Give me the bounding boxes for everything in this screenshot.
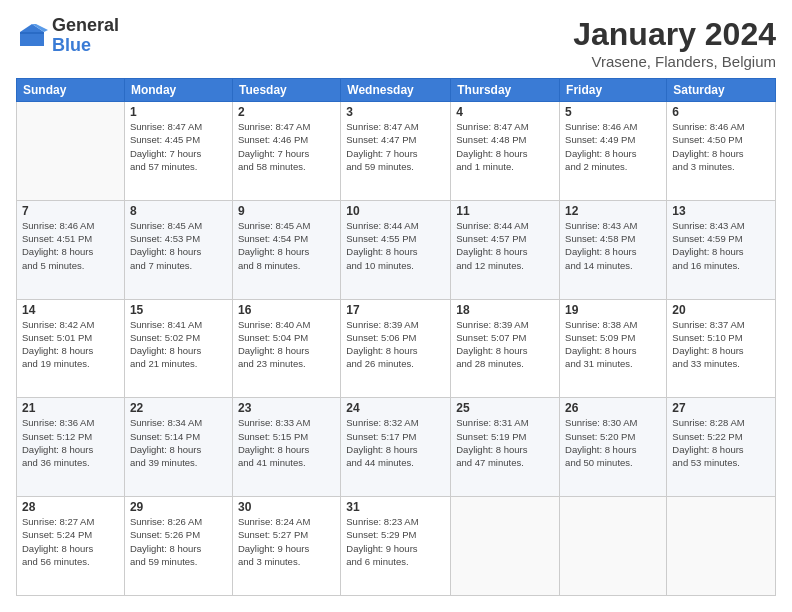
calendar-header-row: Sunday Monday Tuesday Wednesday Thursday… [17, 79, 776, 102]
day-info: Sunrise: 8:47 AMSunset: 4:45 PMDaylight:… [130, 120, 227, 173]
day-number: 26 [565, 401, 661, 415]
day-info: Sunrise: 8:34 AMSunset: 5:14 PMDaylight:… [130, 416, 227, 469]
table-row [560, 497, 667, 596]
logo-blue-text: Blue [52, 36, 119, 56]
table-row: 9Sunrise: 8:45 AMSunset: 4:54 PMDaylight… [232, 200, 340, 299]
col-friday: Friday [560, 79, 667, 102]
day-number: 21 [22, 401, 119, 415]
day-info: Sunrise: 8:46 AMSunset: 4:51 PMDaylight:… [22, 219, 119, 272]
day-info: Sunrise: 8:44 AMSunset: 4:55 PMDaylight:… [346, 219, 445, 272]
day-info: Sunrise: 8:40 AMSunset: 5:04 PMDaylight:… [238, 318, 335, 371]
day-info: Sunrise: 8:42 AMSunset: 5:01 PMDaylight:… [22, 318, 119, 371]
table-row: 6Sunrise: 8:46 AMSunset: 4:50 PMDaylight… [667, 102, 776, 201]
calendar-table: Sunday Monday Tuesday Wednesday Thursday… [16, 78, 776, 596]
table-row [17, 102, 125, 201]
day-info: Sunrise: 8:36 AMSunset: 5:12 PMDaylight:… [22, 416, 119, 469]
day-info: Sunrise: 8:43 AMSunset: 4:58 PMDaylight:… [565, 219, 661, 272]
table-row [667, 497, 776, 596]
table-row: 25Sunrise: 8:31 AMSunset: 5:19 PMDayligh… [451, 398, 560, 497]
day-number: 10 [346, 204, 445, 218]
calendar-week-row: 7Sunrise: 8:46 AMSunset: 4:51 PMDaylight… [17, 200, 776, 299]
col-tuesday: Tuesday [232, 79, 340, 102]
table-row: 7Sunrise: 8:46 AMSunset: 4:51 PMDaylight… [17, 200, 125, 299]
day-info: Sunrise: 8:30 AMSunset: 5:20 PMDaylight:… [565, 416, 661, 469]
calendar-week-row: 14Sunrise: 8:42 AMSunset: 5:01 PMDayligh… [17, 299, 776, 398]
calendar-week-row: 28Sunrise: 8:27 AMSunset: 5:24 PMDayligh… [17, 497, 776, 596]
col-wednesday: Wednesday [341, 79, 451, 102]
day-number: 20 [672, 303, 770, 317]
logo: General Blue [16, 16, 119, 56]
day-info: Sunrise: 8:47 AMSunset: 4:46 PMDaylight:… [238, 120, 335, 173]
day-number: 3 [346, 105, 445, 119]
day-number: 28 [22, 500, 119, 514]
day-number: 18 [456, 303, 554, 317]
day-number: 4 [456, 105, 554, 119]
table-row: 28Sunrise: 8:27 AMSunset: 5:24 PMDayligh… [17, 497, 125, 596]
day-info: Sunrise: 8:27 AMSunset: 5:24 PMDaylight:… [22, 515, 119, 568]
day-number: 30 [238, 500, 335, 514]
day-number: 12 [565, 204, 661, 218]
table-row: 31Sunrise: 8:23 AMSunset: 5:29 PMDayligh… [341, 497, 451, 596]
day-info: Sunrise: 8:39 AMSunset: 5:06 PMDaylight:… [346, 318, 445, 371]
day-number: 11 [456, 204, 554, 218]
day-info: Sunrise: 8:33 AMSunset: 5:15 PMDaylight:… [238, 416, 335, 469]
table-row [451, 497, 560, 596]
day-number: 16 [238, 303, 335, 317]
table-row: 27Sunrise: 8:28 AMSunset: 5:22 PMDayligh… [667, 398, 776, 497]
table-row: 21Sunrise: 8:36 AMSunset: 5:12 PMDayligh… [17, 398, 125, 497]
day-info: Sunrise: 8:26 AMSunset: 5:26 PMDaylight:… [130, 515, 227, 568]
location: Vrasene, Flanders, Belgium [573, 53, 776, 70]
calendar-week-row: 1Sunrise: 8:47 AMSunset: 4:45 PMDaylight… [17, 102, 776, 201]
table-row: 17Sunrise: 8:39 AMSunset: 5:06 PMDayligh… [341, 299, 451, 398]
day-number: 22 [130, 401, 227, 415]
day-number: 7 [22, 204, 119, 218]
day-number: 1 [130, 105, 227, 119]
day-info: Sunrise: 8:44 AMSunset: 4:57 PMDaylight:… [456, 219, 554, 272]
title-block: January 2024 Vrasene, Flanders, Belgium [573, 16, 776, 70]
day-info: Sunrise: 8:45 AMSunset: 4:54 PMDaylight:… [238, 219, 335, 272]
table-row: 11Sunrise: 8:44 AMSunset: 4:57 PMDayligh… [451, 200, 560, 299]
day-info: Sunrise: 8:46 AMSunset: 4:49 PMDaylight:… [565, 120, 661, 173]
col-saturday: Saturday [667, 79, 776, 102]
page: General Blue January 2024 Vrasene, Fland… [0, 0, 792, 612]
logo-text: General Blue [52, 16, 119, 56]
day-info: Sunrise: 8:37 AMSunset: 5:10 PMDaylight:… [672, 318, 770, 371]
logo-icon [16, 20, 48, 52]
day-info: Sunrise: 8:47 AMSunset: 4:48 PMDaylight:… [456, 120, 554, 173]
day-number: 23 [238, 401, 335, 415]
table-row: 22Sunrise: 8:34 AMSunset: 5:14 PMDayligh… [124, 398, 232, 497]
day-number: 31 [346, 500, 445, 514]
col-sunday: Sunday [17, 79, 125, 102]
header: General Blue January 2024 Vrasene, Fland… [16, 16, 776, 70]
day-number: 15 [130, 303, 227, 317]
day-number: 8 [130, 204, 227, 218]
table-row: 10Sunrise: 8:44 AMSunset: 4:55 PMDayligh… [341, 200, 451, 299]
day-info: Sunrise: 8:38 AMSunset: 5:09 PMDaylight:… [565, 318, 661, 371]
month-title: January 2024 [573, 16, 776, 53]
table-row: 5Sunrise: 8:46 AMSunset: 4:49 PMDaylight… [560, 102, 667, 201]
day-info: Sunrise: 8:47 AMSunset: 4:47 PMDaylight:… [346, 120, 445, 173]
day-info: Sunrise: 8:28 AMSunset: 5:22 PMDaylight:… [672, 416, 770, 469]
table-row: 26Sunrise: 8:30 AMSunset: 5:20 PMDayligh… [560, 398, 667, 497]
table-row: 12Sunrise: 8:43 AMSunset: 4:58 PMDayligh… [560, 200, 667, 299]
day-info: Sunrise: 8:41 AMSunset: 5:02 PMDaylight:… [130, 318, 227, 371]
table-row: 19Sunrise: 8:38 AMSunset: 5:09 PMDayligh… [560, 299, 667, 398]
day-number: 14 [22, 303, 119, 317]
svg-rect-2 [20, 32, 44, 34]
table-row: 20Sunrise: 8:37 AMSunset: 5:10 PMDayligh… [667, 299, 776, 398]
day-info: Sunrise: 8:39 AMSunset: 5:07 PMDaylight:… [456, 318, 554, 371]
calendar-week-row: 21Sunrise: 8:36 AMSunset: 5:12 PMDayligh… [17, 398, 776, 497]
table-row: 4Sunrise: 8:47 AMSunset: 4:48 PMDaylight… [451, 102, 560, 201]
day-number: 13 [672, 204, 770, 218]
day-number: 29 [130, 500, 227, 514]
table-row: 2Sunrise: 8:47 AMSunset: 4:46 PMDaylight… [232, 102, 340, 201]
table-row: 23Sunrise: 8:33 AMSunset: 5:15 PMDayligh… [232, 398, 340, 497]
logo-general-text: General [52, 16, 119, 36]
table-row: 15Sunrise: 8:41 AMSunset: 5:02 PMDayligh… [124, 299, 232, 398]
day-info: Sunrise: 8:43 AMSunset: 4:59 PMDaylight:… [672, 219, 770, 272]
day-number: 27 [672, 401, 770, 415]
day-number: 19 [565, 303, 661, 317]
table-row: 16Sunrise: 8:40 AMSunset: 5:04 PMDayligh… [232, 299, 340, 398]
day-number: 5 [565, 105, 661, 119]
table-row: 8Sunrise: 8:45 AMSunset: 4:53 PMDaylight… [124, 200, 232, 299]
